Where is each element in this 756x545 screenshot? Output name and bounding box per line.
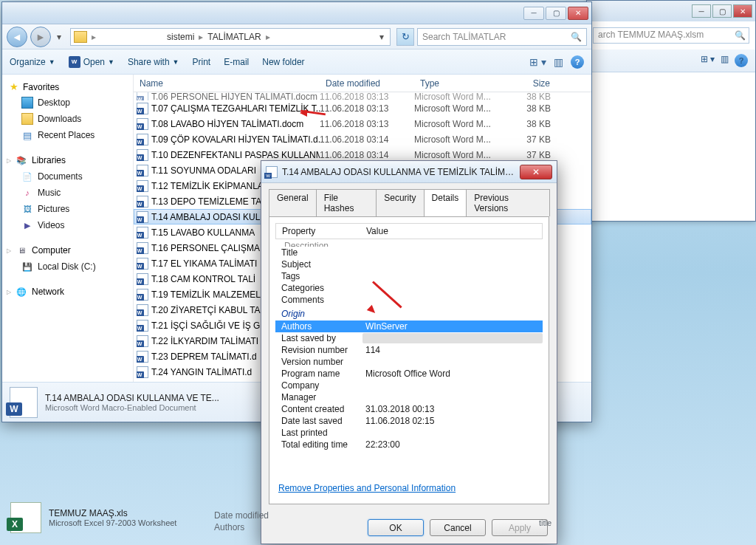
property-row[interactable]: Total editing time22:23:00 (275, 439, 543, 450)
file-size: 38 KB (501, 119, 557, 129)
property-row[interactable]: Subject (275, 258, 543, 270)
property-row[interactable]: Manager (275, 391, 543, 403)
tab-security[interactable]: Security (376, 189, 424, 216)
bg-maximize-button[interactable]: ▢ (712, 4, 732, 18)
tab-previous-versions[interactable]: Previous Versions (466, 189, 550, 216)
sidebar-computer[interactable]: ▷🖥Computer (2, 242, 133, 258)
search-icon: 🔍 (735, 30, 746, 41)
property-row[interactable]: Content created31.03.2018 00:13 (275, 403, 543, 415)
word-document-icon (137, 273, 148, 285)
preview-pane-button[interactable]: ▥ (554, 56, 563, 68)
dialog-titlebar[interactable]: T.14 AMBALAJ ODASI KULLANMA VE TEMİZLİK … (261, 161, 557, 183)
col-size[interactable]: Size (501, 78, 557, 89)
organize-menu[interactable]: Organize ▼ (10, 57, 55, 67)
email-button[interactable]: E-mail (224, 57, 249, 67)
share-menu[interactable]: Share with ▼ (128, 57, 179, 67)
header-value[interactable]: Value (363, 226, 542, 236)
chevron-right-icon[interactable]: ▸ (90, 32, 97, 42)
property-row[interactable]: Tags (275, 270, 543, 282)
view-options-button[interactable]: ⊞ ▾ (529, 56, 546, 68)
sidebar-documents[interactable]: 📄Documents (2, 168, 133, 185)
bg-minimize-button[interactable]: ─ (692, 4, 711, 18)
file-row[interactable]: T.07 ÇALIŞMA TEZGAHLARI TEMİZLİK T...11.… (134, 100, 591, 116)
open-button[interactable]: WOpen ▼ (69, 56, 114, 68)
sidebar-videos[interactable]: ▶Videos (2, 217, 133, 233)
property-row[interactable]: Revision number114 (275, 344, 543, 356)
preview-icon[interactable]: ▥ (721, 54, 729, 67)
property-list[interactable]: DescriptionTitleSubjectTagsCategoriesCom… (275, 241, 543, 479)
titlebar[interactable]: ─ ▢ ✕ (2, 2, 591, 24)
forward-button[interactable]: ► (30, 27, 51, 47)
history-dropdown[interactable]: ▾ (54, 30, 64, 44)
property-row[interactable]: Program nameMicrosoft Office Word (275, 368, 543, 380)
address-bar[interactable]: ▸ sistemi ▸ TALİMATLAR ▸ ▾ (70, 28, 391, 46)
word-document-icon (137, 227, 148, 239)
view-icon[interactable]: ⊞ ▾ (701, 54, 715, 67)
property-row[interactable]: Title (275, 247, 543, 258)
property-headers: Property Value (275, 223, 543, 239)
maximize-button[interactable]: ▢ (546, 7, 566, 20)
col-type[interactable]: Type (414, 78, 501, 89)
tab-details[interactable]: Details (424, 189, 467, 216)
property-row[interactable]: Date last saved11.06.2018 02:15 (275, 415, 543, 427)
breadcrumb-item[interactable]: sistemi (164, 32, 197, 42)
dialog-close-button[interactable]: ✕ (520, 165, 552, 179)
navigation-pane: ★Favorites Desktop Downloads ▤Recent Pla… (2, 75, 134, 382)
property-row[interactable]: Last printed (275, 427, 543, 439)
file-name: T.24 YANGIN TALİMATI.d (151, 367, 252, 377)
print-button[interactable]: Print (193, 57, 211, 67)
ok-button[interactable]: OK (368, 519, 424, 536)
folder-icon (74, 31, 87, 43)
cancel-button[interactable]: Cancel (430, 519, 486, 536)
chevron-right-icon[interactable]: ▸ (264, 32, 272, 42)
sidebar-music[interactable]: ♪Music (2, 185, 133, 201)
file-name: T.14 AMBALAJ ODASI KUL (151, 212, 260, 222)
bg-search-box[interactable]: arch TEMMUZ MAAŞ.xlsm 🔍 (593, 27, 749, 44)
file-row[interactable]: T.09 ÇÖP KOVALARI HİJYEN TALİMATI.d...11… (134, 131, 591, 147)
minimize-button[interactable]: ─ (523, 7, 544, 20)
desktop-file-type: Microsoft Excel 97-2003 Worksheet (49, 518, 176, 527)
desktop-file[interactable]: TEMMUZ MAAŞ.xls Microsoft Excel 97-2003 … (10, 502, 176, 533)
property-row[interactable]: Last saved by (275, 332, 543, 344)
file-row[interactable]: T.08 LAVABO HİJYEN TALİMATI.docm11.06.20… (134, 116, 591, 131)
help-icon[interactable]: ? (735, 54, 748, 67)
chevron-right-icon[interactable]: ▸ (197, 32, 205, 42)
chevron-right-icon: ▷ (7, 157, 11, 164)
word-document-icon (10, 387, 38, 418)
new-folder-button[interactable]: New folder (262, 57, 304, 67)
breadcrumb-item[interactable]: TALİMATLAR (205, 32, 264, 42)
address-dropdown[interactable]: ▾ (377, 32, 387, 42)
close-button[interactable]: ✕ (568, 7, 588, 20)
sidebar-desktop[interactable]: Desktop (2, 95, 133, 111)
back-button[interactable]: ◄ (7, 27, 27, 47)
sidebar-recent[interactable]: ▤Recent Places (2, 127, 133, 143)
sidebar-libraries[interactable]: ▷📚Libraries (2, 152, 133, 168)
property-row[interactable]: Comments (275, 294, 543, 306)
bg-search-placeholder: arch TEMMUZ MAAŞ.xlsm (598, 30, 704, 40)
sidebar-localdisk[interactable]: 💾Local Disk (C:) (2, 258, 133, 275)
search-input[interactable]: Search TALİMATLAR 🔍 (417, 28, 587, 46)
property-row[interactable]: AuthorsWInServer (275, 321, 543, 332)
sidebar-network[interactable]: ▷🌐Network (2, 284, 133, 300)
bg-close-button[interactable]: ✕ (733, 4, 752, 18)
tab-content-details: Property Value DescriptionTitleSubjectTa… (269, 216, 549, 504)
help-button[interactable]: ? (571, 55, 584, 69)
col-name[interactable]: Name (134, 78, 320, 89)
tab-file-hashes[interactable]: File Hashes (316, 189, 377, 216)
properties-dialog: T.14 AMBALAJ ODASI KULLANMA VE TEMİZLİK … (261, 160, 557, 544)
property-row[interactable]: Company (275, 380, 543, 391)
col-date[interactable]: Date modified (320, 78, 414, 89)
property-row[interactable]: Version number (275, 356, 543, 368)
search-placeholder: Search TALİMATLAR (422, 32, 506, 42)
property-row[interactable]: Categories (275, 282, 543, 294)
word-document-icon (137, 320, 148, 332)
tab-general[interactable]: General (269, 189, 317, 216)
file-row[interactable]: T.06 PERSONEL HİJYEN TALİMATI.docm11.06.… (134, 92, 591, 100)
remove-properties-link[interactable]: Remove Properties and Personal Informati… (275, 479, 543, 498)
header-property[interactable]: Property (276, 226, 363, 236)
sidebar-favorites[interactable]: ★Favorites (2, 79, 133, 95)
refresh-button[interactable]: ↻ (396, 28, 414, 46)
sidebar-pictures[interactable]: 🖼Pictures (2, 201, 133, 217)
sidebar-downloads[interactable]: Downloads (2, 111, 133, 127)
file-name: T.17 EL YIKAMA TALİMATI (151, 258, 257, 269)
